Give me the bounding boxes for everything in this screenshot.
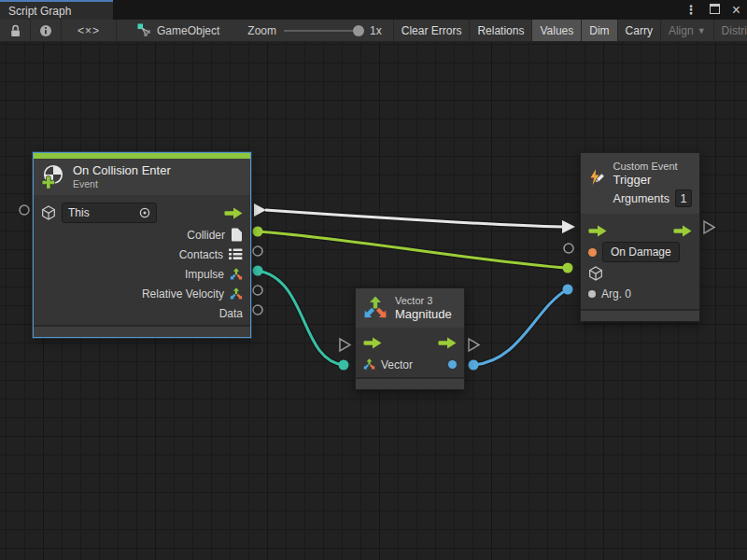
target-picker-icon[interactable] xyxy=(139,207,150,218)
collider-output-port[interactable] xyxy=(253,227,263,237)
port-label: Collider xyxy=(187,229,225,242)
arguments-row: Arguments 1 xyxy=(613,189,692,207)
port-row-this: This xyxy=(34,201,250,225)
data-output-port[interactable] xyxy=(253,305,262,315)
vector3-icon xyxy=(230,287,243,301)
flow-output-port[interactable] xyxy=(254,203,266,217)
vector3-icon xyxy=(363,358,375,371)
arg0-input-port[interactable] xyxy=(563,285,573,295)
node-title: On Collision Enter xyxy=(73,163,171,178)
node-header: Vector 3 Magnitude xyxy=(356,288,464,328)
port-row-target xyxy=(581,263,699,284)
node-on-collision-enter[interactable]: On Collision Enter Event This Collider C… xyxy=(33,152,251,338)
vector3-icon xyxy=(363,296,388,320)
gameobject-icon xyxy=(41,205,56,220)
node-body: Vector xyxy=(356,328,464,375)
list-icon xyxy=(229,248,243,260)
magnitude-output-port[interactable] xyxy=(469,360,479,371)
port-row-arg0: Arg. 0 xyxy=(581,284,699,303)
target-value: This xyxy=(68,206,90,219)
node-magnitude[interactable]: Vector 3 Magnitude Vector xyxy=(355,287,465,390)
port-label: Contacts xyxy=(179,248,223,261)
exec-output-arrow-icon xyxy=(224,207,243,219)
node-footer xyxy=(34,325,250,337)
exec-output-arrow-icon xyxy=(438,337,457,349)
event-icon xyxy=(41,164,65,189)
magnitude-exec-output-port[interactable] xyxy=(469,339,479,351)
node-footer xyxy=(356,377,464,389)
arguments-input[interactable]: 1 xyxy=(675,189,692,207)
node-title: Magnitude xyxy=(395,307,452,322)
contacts-output-port[interactable] xyxy=(253,246,262,256)
node-trigger-custom-event[interactable]: Custom Event Trigger Arguments 1 On Dama… xyxy=(580,152,700,322)
custom-event-icon xyxy=(588,163,606,191)
relative-velocity-output-port[interactable] xyxy=(253,286,262,295)
magnitude-exec-input-port[interactable] xyxy=(340,339,350,351)
exec-input-arrow-icon xyxy=(588,225,607,237)
node-type-label: Custom Event xyxy=(613,160,692,173)
port-label: Relative Velocity xyxy=(142,287,224,301)
this-input-port[interactable] xyxy=(20,205,29,215)
flow-input-port[interactable] xyxy=(562,220,575,233)
event-name-input-port[interactable] xyxy=(564,244,573,253)
impulse-output-port[interactable] xyxy=(253,266,263,276)
port-label: Impulse xyxy=(185,268,224,281)
port-row-relative-velocity: Relative Velocity xyxy=(34,284,250,303)
trigger-exec-output-port[interactable] xyxy=(704,221,714,233)
vector3-icon xyxy=(230,268,243,281)
string-type-icon xyxy=(588,248,597,257)
port-row-exec xyxy=(356,332,464,354)
port-row-vector: Vector xyxy=(356,354,464,375)
node-subtitle: Event xyxy=(73,178,171,190)
node-body: This Collider Contacts Impulse Relative … xyxy=(34,195,250,323)
node-title: Trigger xyxy=(613,173,692,188)
node-header: Custom Event Trigger Arguments 1 xyxy=(581,153,699,214)
float-type-icon xyxy=(448,360,457,369)
port-label: Vector xyxy=(381,358,413,371)
port-row-data: Data xyxy=(34,303,250,323)
target-dropdown[interactable]: This xyxy=(62,203,157,223)
node-header: On Collision Enter Event xyxy=(34,159,250,195)
port-label: Arg. 0 xyxy=(601,287,631,301)
connection-collider[interactable] xyxy=(258,231,568,268)
connection-flow[interactable] xyxy=(265,210,562,227)
node-type-label: Vector 3 xyxy=(395,294,452,307)
port-row-collider: Collider xyxy=(34,225,250,245)
connection-result[interactable] xyxy=(473,289,568,365)
collider-icon xyxy=(231,228,243,242)
trigger-target-port[interactable] xyxy=(563,263,573,273)
port-row-impulse: Impulse xyxy=(34,264,250,284)
node-body: On Damage Arg. 0 xyxy=(581,214,699,307)
object-type-icon xyxy=(588,290,596,298)
port-label: Data xyxy=(219,307,243,320)
port-row-event-name: On Damage xyxy=(581,241,699,263)
port-row-contacts: Contacts xyxy=(34,245,250,264)
impulse-connection-outline xyxy=(258,271,344,365)
port-row-exec xyxy=(581,220,699,241)
exec-output-arrow-icon xyxy=(673,225,692,237)
exec-input-arrow-icon xyxy=(363,337,382,349)
node-footer xyxy=(581,309,699,321)
event-name-input[interactable]: On Damage xyxy=(602,242,680,262)
gameobject-icon xyxy=(588,266,603,281)
vector-input-port[interactable] xyxy=(339,360,349,371)
arguments-label: Arguments xyxy=(613,192,669,205)
